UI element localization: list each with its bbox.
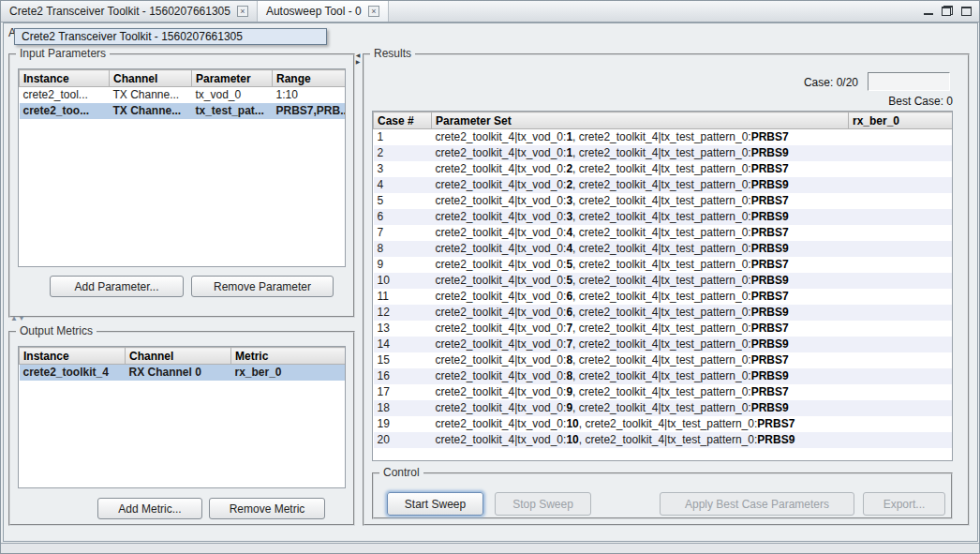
results-header: Case #Parameter Setrx_ber_0 xyxy=(374,112,954,129)
parameter-set: crete2_toolkit_4|tx_vod_0:3, crete2_tool… xyxy=(432,193,849,209)
result-row[interactable]: 13crete2_toolkit_4|tx_vod_0:7, crete2_to… xyxy=(374,321,954,337)
column-header-channel[interactable]: Channel xyxy=(126,348,231,365)
result-row[interactable]: 19crete2_toolkit_4|tx_vod_0:10, crete2_t… xyxy=(374,416,954,432)
column-header-parameter-set[interactable]: Parameter Set xyxy=(432,112,849,129)
param-value: PRBS7 xyxy=(751,290,789,303)
minimize-icon[interactable] xyxy=(924,7,933,15)
rx-ber-value xyxy=(849,161,954,177)
rx-ber-value xyxy=(849,321,954,337)
apply-best-case-button[interactable]: Apply Best Case Parameters xyxy=(660,492,854,516)
add-parameter-button[interactable]: Add Parameter... xyxy=(50,276,184,297)
case-number: 19 xyxy=(374,416,432,432)
collapse-right-icon[interactable]: ▶ xyxy=(356,59,361,65)
result-row[interactable]: 6crete2_toolkit_4|tx_vod_0:3, crete2_too… xyxy=(374,209,954,225)
column-header-rx-ber-0[interactable]: rx_ber_0 xyxy=(849,112,954,129)
param-text: , crete2_toolkit_4|tx_test_pattern_0: xyxy=(572,242,751,255)
tab-crete2-transceiver-toolkit[interactable]: Crete2 Transceiver Toolkit - 15602076613… xyxy=(1,1,258,22)
param-text: , crete2_toolkit_4|tx_test_pattern_0: xyxy=(572,369,751,382)
result-row[interactable]: 5crete2_toolkit_4|tx_vod_0:3, crete2_too… xyxy=(374,193,954,209)
tab-autosweep-tool[interactable]: Autosweep Tool - 0 × xyxy=(258,1,389,22)
start-sweep-button[interactable]: Start Sweep xyxy=(387,492,483,516)
result-row[interactable]: 17crete2_toolkit_4|tx_vod_0:9, crete2_to… xyxy=(374,384,954,400)
result-row[interactable]: 16crete2_toolkit_4|tx_vod_0:8, crete2_to… xyxy=(374,368,954,384)
best-case-label: Best Case: 0 xyxy=(825,95,953,108)
param-text: crete2_toolkit_4|tx_vod_0: xyxy=(436,369,567,382)
result-row[interactable]: 11crete2_toolkit_4|tx_vod_0:6, crete2_to… xyxy=(374,289,954,305)
param-text: crete2_toolkit_4|tx_vod_0: xyxy=(436,401,567,414)
tab-close-icon[interactable]: × xyxy=(237,6,248,17)
export-button[interactable]: Export... xyxy=(863,492,945,516)
input-parameter-row[interactable]: crete2_tool...TX Channe...tx_vod_01:10 xyxy=(20,87,347,104)
remove-metric-button[interactable]: Remove Metric xyxy=(209,498,325,519)
result-row[interactable]: 8crete2_toolkit_4|tx_vod_0:4, crete2_too… xyxy=(374,241,954,257)
cell: crete2_tool... xyxy=(20,87,110,104)
collapse-left-icon[interactable]: ◀ xyxy=(356,52,361,58)
result-row[interactable]: 2crete2_toolkit_4|tx_vod_0:1, crete2_too… xyxy=(374,145,954,161)
rx-ber-value xyxy=(849,241,954,257)
tab-label: Autosweep Tool - 0 xyxy=(266,5,362,18)
parameter-set: crete2_toolkit_4|tx_vod_0:7, crete2_tool… xyxy=(432,337,849,352)
case-progress-field[interactable] xyxy=(868,72,950,91)
results-title: Results xyxy=(370,47,415,60)
param-text: crete2_toolkit_4|tx_vod_0: xyxy=(436,385,567,398)
param-text: , crete2_toolkit_4|tx_test_pattern_0: xyxy=(579,433,758,446)
vertical-splitter[interactable]: ◀▶ xyxy=(354,52,362,66)
column-header-metric[interactable]: Metric xyxy=(231,348,347,365)
remove-parameter-button[interactable]: Remove Parameter xyxy=(191,276,334,297)
param-value: PRBS9 xyxy=(751,337,789,351)
column-header-instance[interactable]: Instance xyxy=(20,348,126,365)
cell: 1:10 xyxy=(273,87,347,104)
parameter-set: crete2_toolkit_4|tx_vod_0:9, crete2_tool… xyxy=(432,384,849,400)
result-row[interactable]: 20crete2_toolkit_4|tx_vod_0:10, crete2_t… xyxy=(374,432,954,448)
case-number: 15 xyxy=(374,352,432,368)
column-header-case-[interactable]: Case # xyxy=(374,112,432,129)
case-number: 12 xyxy=(374,305,432,321)
tab-close-icon[interactable]: × xyxy=(368,6,379,17)
parameter-set: crete2_toolkit_4|tx_vod_0:10, crete2_too… xyxy=(432,416,849,432)
result-row[interactable]: 3crete2_toolkit_4|tx_vod_0:2, crete2_too… xyxy=(374,161,954,177)
parameter-set: crete2_toolkit_4|tx_vod_0:5, crete2_tool… xyxy=(432,273,849,289)
result-row[interactable]: 10crete2_toolkit_4|tx_vod_0:5, crete2_to… xyxy=(374,273,954,289)
restore-icon[interactable] xyxy=(942,6,953,16)
result-row[interactable]: 14crete2_toolkit_4|tx_vod_0:7, crete2_to… xyxy=(374,337,954,352)
param-text: , crete2_toolkit_4|tx_test_pattern_0: xyxy=(572,306,751,319)
parameter-set: crete2_toolkit_4|tx_vod_0:4, crete2_tool… xyxy=(432,241,849,257)
result-row[interactable]: 1crete2_toolkit_4|tx_vod_0:1, crete2_too… xyxy=(374,129,954,146)
maximize-icon[interactable] xyxy=(961,7,972,16)
column-header-channel[interactable]: Channel xyxy=(110,70,192,87)
rx-ber-value xyxy=(849,416,954,432)
result-row[interactable]: 7crete2_toolkit_4|tx_vod_0:4, crete2_too… xyxy=(374,225,954,241)
param-text: crete2_toolkit_4|tx_vod_0: xyxy=(436,337,567,351)
param-value: PRBS7 xyxy=(751,258,789,271)
param-text: crete2_toolkit_4|tx_vod_0: xyxy=(436,258,567,271)
rx-ber-value xyxy=(849,400,954,416)
result-row[interactable]: 9crete2_toolkit_4|tx_vod_0:5, crete2_too… xyxy=(374,257,954,273)
param-value: PRBS7 xyxy=(751,322,789,335)
result-row[interactable]: 4crete2_toolkit_4|tx_vod_0:2, crete2_too… xyxy=(374,177,954,193)
input-parameter-row[interactable]: crete2_too...TX Channe...tx_test_pat...P… xyxy=(20,103,347,119)
collapse-up-icon[interactable]: ▲ xyxy=(10,314,18,322)
param-text: crete2_toolkit_4|tx_vod_0: xyxy=(436,210,567,223)
result-row[interactable]: 15crete2_toolkit_4|tx_vod_0:8, crete2_to… xyxy=(374,352,954,368)
result-row[interactable]: 12crete2_toolkit_4|tx_vod_0:6, crete2_to… xyxy=(374,305,954,321)
case-number: 2 xyxy=(374,145,432,161)
parameter-set: crete2_toolkit_4|tx_vod_0:7, crete2_tool… xyxy=(432,321,849,337)
add-metric-button[interactable]: Add Metric... xyxy=(97,498,202,519)
status-bar xyxy=(1,543,979,554)
input-parameters-table: InstanceChannelParameterRange crete2_too… xyxy=(18,68,346,267)
collapse-down-icon[interactable]: ▼ xyxy=(18,314,25,322)
column-header-parameter[interactable]: Parameter xyxy=(192,70,273,87)
column-header-range[interactable]: Range xyxy=(273,70,347,87)
parameter-set: crete2_toolkit_4|tx_vod_0:4, crete2_tool… xyxy=(432,225,849,241)
case-number: 17 xyxy=(374,384,432,400)
horizontal-splitter[interactable]: ▲▼ xyxy=(10,315,25,322)
result-row[interactable]: 18crete2_toolkit_4|tx_vod_0:9, crete2_to… xyxy=(374,400,954,416)
param-text: crete2_toolkit_4|tx_vod_0: xyxy=(436,242,567,255)
stop-sweep-button[interactable]: Stop Sweep xyxy=(495,492,591,516)
cell: crete2_too... xyxy=(20,103,110,119)
param-text: crete2_toolkit_4|tx_vod_0: xyxy=(436,417,567,430)
param-text: crete2_toolkit_4|tx_vod_0: xyxy=(436,274,567,287)
output-metric-row[interactable]: crete2_toolkit_4RX Channel 0rx_ber_0 xyxy=(20,365,347,382)
param-value: PRBS9 xyxy=(751,178,789,191)
column-header-instance[interactable]: Instance xyxy=(20,70,110,87)
